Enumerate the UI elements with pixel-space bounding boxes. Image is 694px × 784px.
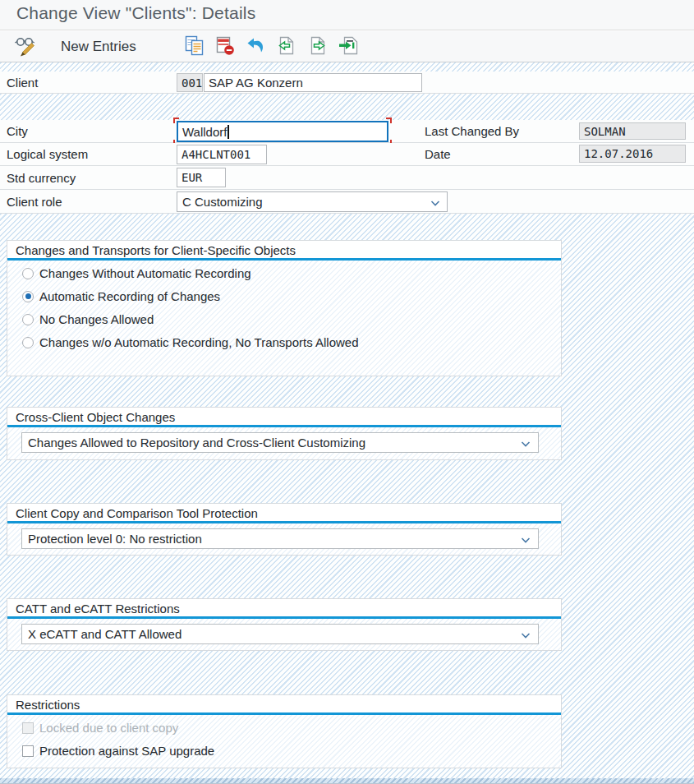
next-entry-button[interactable] — [306, 35, 330, 58]
delete-icon — [214, 35, 236, 59]
cross-client-dropdown[interactable]: Changes Allowed to Repository and Cross-… — [21, 432, 539, 453]
city-value: Walldorf — [182, 125, 227, 139]
text-cursor — [228, 125, 229, 139]
checkbox-locked-client-copy: Locked due to client copy — [22, 721, 561, 735]
display-change-button[interactable] — [11, 35, 39, 58]
radio-icon — [22, 337, 34, 348]
city-input[interactable]: Walldorf — [177, 121, 388, 142]
radio-changes-without-recording[interactable]: Changes Without Automatic Recording — [22, 266, 561, 280]
radio-changes-no-transports[interactable]: Changes w/o Automatic Recording, No Tran… — [22, 335, 561, 349]
sap-window: Change View "Clients": Details New Entri… — [0, 0, 694, 784]
section-title: Restrictions — [7, 695, 561, 715]
date-label: Date — [425, 143, 451, 165]
client-role-row: Client role C Customizing — [0, 190, 694, 214]
window-bottom-edge — [0, 778, 694, 784]
section-title: Changes and Transports for Client-Specif… — [7, 241, 561, 261]
radio-no-changes-allowed[interactable]: No Changes Allowed — [22, 312, 561, 326]
section-cross-client: Cross-Client Object Changes Changes Allo… — [7, 407, 562, 460]
catt-restrictions-value: X eCATT and CATT Allowed — [28, 627, 182, 641]
section-title: Cross-Client Object Changes — [7, 408, 561, 427]
chevron-down-icon — [521, 436, 531, 450]
checkbox-protection-sap-upgrade[interactable]: Protection against SAP upgrade — [22, 744, 561, 758]
glasses-pencil-icon — [13, 35, 38, 59]
chevron-down-icon — [521, 532, 531, 546]
section-restrictions: Restrictions Locked due to client copy P… — [7, 694, 562, 768]
focus-marker-icon — [386, 118, 392, 123]
catt-restrictions-dropdown[interactable]: X eCATT and CATT Allowed — [21, 624, 539, 644]
new-entries-button[interactable]: New Entries — [61, 35, 136, 58]
client-name-field[interactable]: SAP AG Konzern — [204, 73, 422, 92]
checkbox-disabled-icon — [22, 722, 34, 734]
city-row: City Walldorf Last Changed By SOLMAN — [0, 120, 694, 143]
std-currency-field[interactable]: EUR — [177, 168, 226, 187]
checkbox-icon — [22, 745, 34, 757]
focus-marker-icon — [173, 118, 179, 123]
page-arrow-into-icon — [338, 35, 360, 59]
page-title: Change View "Clients": Details — [16, 3, 255, 23]
client-number-field: 001 — [177, 73, 203, 92]
client-role-label: Client role — [7, 190, 62, 213]
copy-as-button[interactable] — [182, 35, 207, 58]
cross-client-value: Changes Allowed to Repository and Cross-… — [28, 436, 365, 450]
radio-icon — [22, 314, 34, 325]
city-label: City — [7, 120, 28, 142]
title-bar: Change View "Clients": Details — [0, 0, 694, 30]
section-changes-transports: Changes and Transports for Client-Specif… — [7, 240, 562, 376]
client-role-value: C Customizing — [182, 195, 263, 209]
section-client-copy-protection: Client Copy and Comparison Tool Protecti… — [7, 503, 562, 556]
undo-icon — [245, 35, 266, 59]
client-label: Client — [7, 71, 38, 93]
chevron-down-icon — [430, 195, 440, 209]
undo-button[interactable] — [243, 35, 268, 58]
last-changed-by-label: Last Changed By — [425, 120, 519, 142]
chevron-down-icon — [521, 627, 531, 641]
radio-icon — [22, 268, 34, 279]
client-copy-protection-dropdown[interactable]: Protection level 0: No restriction — [21, 528, 539, 549]
date-field: 12.07.2016 — [579, 145, 686, 163]
section-catt-restrictions: CATT and eCATT Restrictions X eCATT and … — [7, 598, 562, 651]
page-arrow-left-icon — [276, 35, 297, 59]
std-currency-label: Std currency — [7, 166, 76, 189]
radio-selected-icon — [22, 291, 34, 302]
radio-automatic-recording[interactable]: Automatic Recording of Changes — [22, 289, 561, 303]
logical-system-label: Logical system — [7, 143, 88, 165]
previous-entry-button[interactable] — [274, 35, 299, 58]
last-changed-by-field: SOLMAN — [579, 122, 686, 140]
section-title: CATT and eCATT Restrictions — [7, 599, 561, 619]
page-arrow-right-icon — [307, 35, 329, 59]
section-title: Client Copy and Comparison Tool Protecti… — [7, 504, 561, 523]
client-row: Client 001 SAP AG Konzern — [0, 71, 694, 94]
client-copy-protection-value: Protection level 0: No restriction — [28, 532, 202, 546]
logical-system-field[interactable]: A4HCLNT001 — [177, 145, 267, 164]
screen-body: Client 001 SAP AG Konzern City Walldorf … — [0, 62, 694, 784]
other-entry-button[interactable] — [337, 35, 361, 58]
delete-button[interactable] — [213, 35, 237, 58]
client-role-dropdown[interactable]: C Customizing — [177, 191, 448, 212]
logical-system-row: Logical system A4HCLNT001 Date 12.07.201… — [0, 143, 694, 166]
copy-icon — [184, 35, 205, 59]
std-currency-row: Std currency EUR — [0, 166, 694, 190]
application-toolbar: New Entries — [0, 31, 694, 62]
